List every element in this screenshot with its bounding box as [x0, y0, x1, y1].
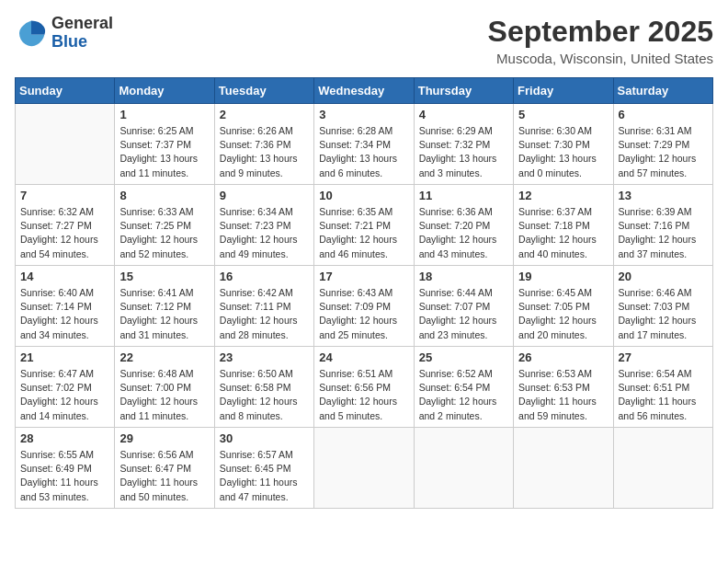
day-info: Sunrise: 6:35 AMSunset: 7:21 PMDaylight:… — [319, 205, 408, 261]
day-cell: 14Sunrise: 6:40 AMSunset: 7:14 PMDayligh… — [16, 266, 115, 347]
day-info: Sunrise: 6:46 AMSunset: 7:03 PMDaylight:… — [619, 286, 708, 342]
day-number: 26 — [518, 350, 608, 364]
day-info: Sunrise: 6:50 AMSunset: 6:58 PMDaylight:… — [220, 367, 309, 423]
day-cell: 23Sunrise: 6:50 AMSunset: 6:58 PMDayligh… — [214, 347, 313, 428]
week-row-4: 21Sunrise: 6:47 AMSunset: 7:02 PMDayligh… — [16, 347, 713, 428]
day-number: 25 — [419, 350, 508, 364]
location: Muscoda, Wisconsin, United States — [488, 51, 713, 66]
day-cell: 28Sunrise: 6:55 AMSunset: 6:49 PMDayligh… — [16, 428, 115, 509]
page-header: General Blue September 2025 Muscoda, Wis… — [15, 15, 713, 66]
day-info: Sunrise: 6:41 AMSunset: 7:12 PMDaylight:… — [119, 286, 209, 342]
col-header-monday: Monday — [115, 78, 214, 104]
day-info: Sunrise: 6:53 AMSunset: 6:53 PMDaylight:… — [518, 367, 608, 423]
day-cell: 24Sunrise: 6:51 AMSunset: 6:56 PMDayligh… — [314, 347, 414, 428]
day-info: Sunrise: 6:42 AMSunset: 7:11 PMDaylight:… — [220, 286, 309, 342]
day-cell: 11Sunrise: 6:36 AMSunset: 7:20 PMDayligh… — [414, 185, 513, 266]
day-number: 4 — [419, 108, 508, 121]
day-info: Sunrise: 6:51 AMSunset: 6:56 PMDaylight:… — [319, 367, 408, 423]
day-cell — [16, 104, 115, 185]
day-info: Sunrise: 6:29 AMSunset: 7:32 PMDaylight:… — [419, 124, 508, 180]
col-header-tuesday: Tuesday — [214, 78, 313, 104]
week-row-3: 14Sunrise: 6:40 AMSunset: 7:14 PMDayligh… — [16, 266, 713, 347]
day-cell: 8Sunrise: 6:33 AMSunset: 7:25 PMDaylight… — [115, 185, 214, 266]
day-info: Sunrise: 6:54 AMSunset: 6:51 PMDaylight:… — [619, 367, 708, 423]
day-info: Sunrise: 6:48 AMSunset: 7:00 PMDaylight:… — [119, 367, 209, 423]
week-row-2: 7Sunrise: 6:32 AMSunset: 7:27 PMDaylight… — [16, 185, 713, 266]
day-number: 8 — [119, 189, 209, 202]
day-number: 19 — [518, 270, 608, 283]
day-info: Sunrise: 6:25 AMSunset: 7:37 PMDaylight:… — [119, 124, 209, 180]
day-number: 11 — [419, 189, 508, 202]
day-cell: 22Sunrise: 6:48 AMSunset: 7:00 PMDayligh… — [115, 347, 214, 428]
day-number: 9 — [220, 189, 309, 202]
day-info: Sunrise: 6:44 AMSunset: 7:07 PMDaylight:… — [419, 286, 508, 342]
day-number: 10 — [319, 189, 408, 202]
day-cell: 10Sunrise: 6:35 AMSunset: 7:21 PMDayligh… — [314, 185, 414, 266]
day-info: Sunrise: 6:26 AMSunset: 7:36 PMDaylight:… — [220, 124, 309, 180]
day-info: Sunrise: 6:33 AMSunset: 7:25 PMDaylight:… — [119, 205, 209, 261]
day-number: 30 — [220, 431, 309, 445]
day-number: 21 — [20, 350, 109, 364]
day-number: 1 — [119, 108, 209, 121]
day-cell: 26Sunrise: 6:53 AMSunset: 6:53 PMDayligh… — [514, 347, 613, 428]
day-cell: 16Sunrise: 6:42 AMSunset: 7:11 PMDayligh… — [214, 266, 313, 347]
day-cell — [414, 428, 513, 509]
day-number: 29 — [119, 431, 209, 445]
day-info: Sunrise: 6:57 AMSunset: 6:45 PMDaylight:… — [220, 448, 309, 504]
day-cell: 19Sunrise: 6:45 AMSunset: 7:05 PMDayligh… — [514, 266, 613, 347]
day-cell: 5Sunrise: 6:30 AMSunset: 7:30 PMDaylight… — [514, 104, 613, 185]
col-header-wednesday: Wednesday — [314, 78, 414, 104]
day-cell: 13Sunrise: 6:39 AMSunset: 7:16 PMDayligh… — [613, 185, 712, 266]
day-cell: 1Sunrise: 6:25 AMSunset: 7:37 PMDaylight… — [115, 104, 214, 185]
day-number: 20 — [619, 270, 708, 283]
day-info: Sunrise: 6:37 AMSunset: 7:18 PMDaylight:… — [518, 205, 608, 261]
day-number: 22 — [119, 350, 209, 364]
day-cell — [613, 428, 712, 509]
day-number: 3 — [319, 108, 408, 121]
day-cell: 12Sunrise: 6:37 AMSunset: 7:18 PMDayligh… — [514, 185, 613, 266]
day-number: 15 — [119, 270, 209, 283]
day-number: 16 — [220, 270, 309, 283]
day-cell: 6Sunrise: 6:31 AMSunset: 7:29 PMDaylight… — [613, 104, 712, 185]
calendar-header-row: SundayMondayTuesdayWednesdayThursdayFrid… — [16, 78, 713, 104]
title-block: September 2025 Muscoda, Wisconsin, Unite… — [488, 15, 713, 66]
day-info: Sunrise: 6:55 AMSunset: 6:49 PMDaylight:… — [20, 448, 109, 504]
day-info: Sunrise: 6:32 AMSunset: 7:27 PMDaylight:… — [20, 205, 109, 261]
col-header-saturday: Saturday — [613, 78, 712, 104]
day-number: 2 — [220, 108, 309, 121]
day-info: Sunrise: 6:31 AMSunset: 7:29 PMDaylight:… — [619, 124, 708, 180]
day-number: 23 — [220, 350, 309, 364]
col-header-friday: Friday — [514, 78, 613, 104]
day-info: Sunrise: 6:52 AMSunset: 6:54 PMDaylight:… — [419, 367, 508, 423]
col-header-sunday: Sunday — [16, 78, 115, 104]
day-cell: 20Sunrise: 6:46 AMSunset: 7:03 PMDayligh… — [613, 266, 712, 347]
day-info: Sunrise: 6:45 AMSunset: 7:05 PMDaylight:… — [518, 286, 608, 342]
day-info: Sunrise: 6:40 AMSunset: 7:14 PMDaylight:… — [20, 286, 109, 342]
logo-text: General Blue — [51, 15, 113, 52]
day-number: 28 — [20, 431, 109, 445]
day-cell: 15Sunrise: 6:41 AMSunset: 7:12 PMDayligh… — [115, 266, 214, 347]
day-cell: 30Sunrise: 6:57 AMSunset: 6:45 PMDayligh… — [214, 428, 313, 509]
day-info: Sunrise: 6:56 AMSunset: 6:47 PMDaylight:… — [119, 448, 209, 504]
day-cell: 4Sunrise: 6:29 AMSunset: 7:32 PMDaylight… — [414, 104, 513, 185]
calendar-table: SundayMondayTuesdayWednesdayThursdayFrid… — [15, 77, 713, 509]
day-number: 27 — [619, 350, 708, 364]
day-cell: 18Sunrise: 6:44 AMSunset: 7:07 PMDayligh… — [414, 266, 513, 347]
day-cell — [514, 428, 613, 509]
day-cell: 21Sunrise: 6:47 AMSunset: 7:02 PMDayligh… — [16, 347, 115, 428]
logo: General Blue — [15, 15, 113, 52]
day-info: Sunrise: 6:43 AMSunset: 7:09 PMDaylight:… — [319, 286, 408, 342]
day-info: Sunrise: 6:28 AMSunset: 7:34 PMDaylight:… — [319, 124, 408, 180]
day-number: 17 — [319, 270, 408, 283]
day-cell: 25Sunrise: 6:52 AMSunset: 6:54 PMDayligh… — [414, 347, 513, 428]
day-info: Sunrise: 6:47 AMSunset: 7:02 PMDaylight:… — [20, 367, 109, 423]
day-number: 12 — [518, 189, 608, 202]
day-info: Sunrise: 6:34 AMSunset: 7:23 PMDaylight:… — [220, 205, 309, 261]
col-header-thursday: Thursday — [414, 78, 513, 104]
day-info: Sunrise: 6:36 AMSunset: 7:20 PMDaylight:… — [419, 205, 508, 261]
day-cell: 9Sunrise: 6:34 AMSunset: 7:23 PMDaylight… — [214, 185, 313, 266]
day-cell: 2Sunrise: 6:26 AMSunset: 7:36 PMDaylight… — [214, 104, 313, 185]
day-number: 6 — [619, 108, 708, 121]
day-number: 13 — [619, 189, 708, 202]
week-row-1: 1Sunrise: 6:25 AMSunset: 7:37 PMDaylight… — [16, 104, 713, 185]
